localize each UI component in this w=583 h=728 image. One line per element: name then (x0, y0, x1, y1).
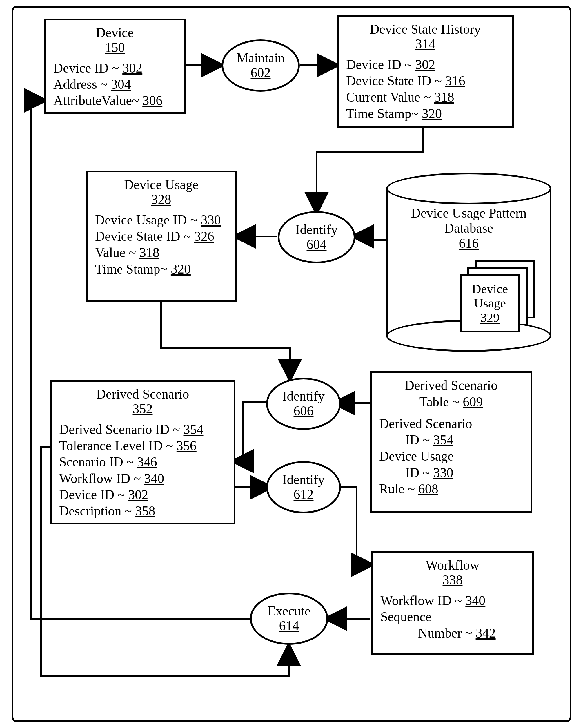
ds-table-title-line2: Table ~ (420, 394, 463, 409)
execute-number: 614 (279, 619, 299, 633)
usage-attrs: Device Usage ID ~ 330 Device State ID ~ … (95, 212, 227, 277)
device-usage-stack-line1: Device (472, 282, 508, 296)
execute-label: Execute (268, 604, 311, 619)
usage-number: 328 (95, 192, 227, 207)
derived-scenario-number: 352 (59, 402, 226, 416)
usage-title: Device Usage (95, 178, 227, 192)
identify-604-label: Identify (295, 223, 338, 237)
derived-scenario-attrs: Derived Scenario ID ~ 354 Tolerance Leve… (59, 421, 226, 519)
database-title2: Database (386, 221, 551, 236)
identify-612-process: Identify 612 (266, 461, 341, 513)
identify-606-process: Identify 606 (266, 378, 341, 430)
device-usage-stack: Device Usage 329 (460, 260, 535, 332)
database-number: 616 (386, 236, 551, 251)
identify-612-number: 612 (294, 487, 314, 502)
maintain-label: Maintain (237, 51, 285, 66)
maintain-number: 602 (251, 66, 271, 80)
history-box: Device State History 314 Device ID ~ 302… (337, 15, 514, 128)
device-usage-stack-line2: Usage (474, 296, 506, 310)
device-attrs: Device ID ~ 302 Address ~ 304 AttributeV… (53, 60, 176, 109)
history-title: Device State History (346, 22, 504, 37)
history-attrs: Device ID ~ 302 Device State ID ~ 316 Cu… (346, 56, 504, 122)
identify-606-number: 606 (294, 404, 314, 418)
workflow-box: Workflow 338 Workflow ID ~ 340 Sequence … (371, 551, 534, 655)
usage-box: Device Usage 328 Device Usage ID ~ 330 D… (86, 171, 237, 302)
identify-612-label: Identify (282, 472, 325, 487)
identify-604-process: Identify 604 (278, 211, 355, 263)
maintain-process: Maintain 602 (221, 40, 300, 92)
device-usage-stack-number: 329 (480, 311, 500, 325)
database-title1: Device Usage Pattern (386, 206, 551, 221)
history-number: 314 (346, 37, 504, 52)
workflow-title: Workflow (380, 558, 525, 573)
ds-table-number: 609 (463, 394, 483, 409)
execute-process: Execute 614 (250, 593, 328, 645)
device-title: Device (53, 26, 176, 40)
identify-606-label: Identify (282, 389, 325, 404)
device-number: 150 (53, 40, 176, 55)
derived-scenario-table-box: Derived Scenario Table ~ 609 Derived Sce… (370, 371, 532, 513)
device-box: Device 150 Device ID ~ 302 Address ~ 304… (44, 19, 186, 114)
derived-scenario-box: Derived Scenario 352 Derived Scenario ID… (50, 380, 235, 524)
ds-table-title-line1: Derived Scenario (379, 378, 523, 393)
identify-604-number: 604 (307, 237, 327, 252)
derived-scenario-title: Derived Scenario (59, 387, 226, 402)
workflow-number: 338 (380, 573, 525, 588)
workflow-attrs: Workflow ID ~ 340 Sequence Number ~ 342 (380, 593, 525, 641)
ds-table-attrs: Derived Scenario ID ~ 354 Device Usage I… (379, 416, 523, 497)
